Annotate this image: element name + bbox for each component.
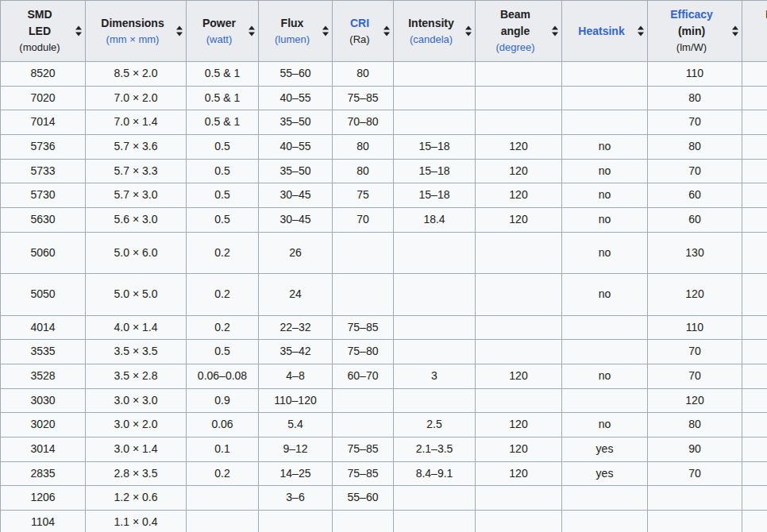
cell-heatsink: no <box>562 274 648 315</box>
cell-dimensions: 5.7 × 3.0 <box>86 183 187 208</box>
cell-power: 0.06 <box>187 413 259 438</box>
cell-beam-angle <box>476 486 562 511</box>
header-text: Efficacy <box>747 6 767 23</box>
header-link[interactable]: Heatsink <box>567 23 636 40</box>
cell-efficacy-min <box>648 486 742 511</box>
cell-intensity <box>394 340 476 364</box>
cell-power: 0.9 <box>187 388 259 413</box>
cell-power: 0.5 & 1 <box>187 110 259 135</box>
cell-heatsink: no <box>562 159 648 183</box>
cell-beam-angle: 120 <box>476 438 562 462</box>
cell-flux: 9–12 <box>259 438 333 462</box>
cell-beam-angle <box>476 340 562 364</box>
column-header-label: Heatsink <box>567 23 636 40</box>
cell-dimensions: 2.8 × 3.5 <box>86 461 187 486</box>
cell-power: 0.5 <box>187 135 259 160</box>
cell-efficacy-min: 60 <box>648 183 742 208</box>
header-link[interactable]: (degree) <box>480 40 550 56</box>
table-row: 57335.7 × 3.30.535–508015–18120no70100 <box>1 159 767 183</box>
cell-flux: 40–55 <box>259 86 333 110</box>
column-header-cri[interactable]: CRI(Ra) <box>333 1 394 62</box>
cell-efficacy-min: 70 <box>648 110 742 135</box>
header-text: angle <box>480 23 550 40</box>
header-link[interactable]: CRI <box>337 15 382 32</box>
cell-efficacy-max: 100 <box>742 159 767 183</box>
cell-module: 4014 <box>1 315 86 340</box>
cell-module: 7014 <box>1 110 86 135</box>
cell-intensity <box>394 388 476 413</box>
cell-heatsink <box>562 511 648 532</box>
cell-intensity: 15–18 <box>394 183 476 208</box>
column-header-power[interactable]: Power(watt) <box>187 1 259 62</box>
header-text: LED <box>6 23 74 40</box>
cell-cri <box>333 232 394 273</box>
cell-efficacy-min: 130 <box>648 232 742 273</box>
cell-flux: 5.4 <box>259 413 333 438</box>
cell-module: 5730 <box>1 183 86 208</box>
table-row: 30303.0 × 3.00.9110–120120130 <box>1 388 767 413</box>
column-header-intensity[interactable]: Intensity(candela) <box>394 1 476 62</box>
table-row: 85208.5 × 2.00.5 & 155–6080110120Monochr… <box>1 62 767 87</box>
cell-heatsink: yes <box>562 438 648 462</box>
cell-intensity <box>394 86 476 110</box>
cell-dimensions: 5.7 × 3.3 <box>86 159 187 183</box>
cell-flux: 55–60 <box>259 62 333 87</box>
cell-module: 3030 <box>1 388 86 413</box>
cell-efficacy-min: 70 <box>648 159 742 183</box>
cell-cri <box>333 413 394 438</box>
cell-flux: 30–45 <box>259 208 333 233</box>
cell-flux: 35–50 <box>259 110 333 135</box>
cell-efficacy-max <box>742 511 767 532</box>
cell-efficacy-max <box>742 486 767 511</box>
cell-cri: 70–80 <box>333 110 394 135</box>
cell-cri <box>333 511 394 532</box>
header-link[interactable]: (watt) <box>191 32 247 48</box>
table-row: 35283.5 × 2.80.06–0.084–860–703120no7010… <box>1 364 767 388</box>
column-header-efficacy-max[interactable]: Efficacy(max)(lm/W) <box>742 1 767 62</box>
column-header-heatsink[interactable]: Heatsink <box>562 1 648 62</box>
table-row: 50505.0 × 5.00.224no120Monochrome or RGB <box>1 274 767 315</box>
cell-flux: 40–55 <box>259 135 333 160</box>
cell-power: 0.5 <box>187 183 259 208</box>
cell-intensity <box>394 511 476 532</box>
header-link[interactable]: (candela) <box>399 32 464 48</box>
column-header-efficacy-min[interactable]: Efficacy(min)(lm/W) <box>648 1 742 62</box>
header-text: (module) <box>6 40 74 56</box>
cell-efficacy-max: 90 <box>742 183 767 208</box>
column-header-label: Efficacy(max)(lm/W) <box>747 6 767 56</box>
column-header-dimensions[interactable]: Dimensions(mm × mm) <box>86 1 187 62</box>
header-link[interactable]: (lumen) <box>264 32 321 48</box>
cell-dimensions: 3.0 × 1.4 <box>86 438 187 462</box>
cell-cri: 70 <box>333 208 394 233</box>
table-row: 12061.2 × 0.63–655–60 <box>1 486 767 511</box>
table-row: 57305.7 × 3.00.530–457515–18120no6090 <box>1 183 767 208</box>
cell-beam-angle <box>476 388 562 413</box>
table-row: 57365.7 × 3.60.540–558015–18120no80110 <box>1 135 767 160</box>
header-link[interactable]: Efficacy <box>653 6 730 23</box>
cell-heatsink: no <box>562 135 648 160</box>
column-header-module[interactable]: SMDLED(module) <box>1 1 86 62</box>
column-header-label: Beamangle(degree) <box>480 6 550 56</box>
cell-power: 0.2 <box>187 461 259 486</box>
cell-cri: 75 <box>333 183 394 208</box>
table-row: 28352.8 × 3.50.214–2575–858.4–9.1120yes7… <box>1 461 767 486</box>
cell-heatsink <box>562 110 648 135</box>
cell-flux: 26 <box>259 232 333 273</box>
cell-efficacy-max: 120 <box>742 438 767 462</box>
column-header-beam-angle[interactable]: Beamangle(degree) <box>476 1 562 62</box>
cell-efficacy-min: 80 <box>648 135 742 160</box>
cell-beam-angle: 120 <box>476 461 562 486</box>
header-link[interactable]: (mm × mm) <box>91 32 175 48</box>
cell-efficacy-max: 110 <box>742 86 767 110</box>
cell-module: 3535 <box>1 340 86 364</box>
cell-dimensions: 4.0 × 1.4 <box>86 315 187 340</box>
cell-power: 0.1 <box>187 438 259 462</box>
cell-efficacy-max: 90 <box>742 208 767 233</box>
cell-efficacy-min: 70 <box>648 461 742 486</box>
table-row: 50605.0 × 6.00.226no130Monochrome or RGB <box>1 232 767 273</box>
column-header-flux[interactable]: Flux(lumen) <box>259 1 333 62</box>
cell-beam-angle: 120 <box>476 208 562 233</box>
cell-intensity: 18.4 <box>394 208 476 233</box>
cell-cri: 60–70 <box>333 364 394 388</box>
header-row: SMDLED(module)Dimensions(mm × mm)Power(w… <box>1 1 767 62</box>
